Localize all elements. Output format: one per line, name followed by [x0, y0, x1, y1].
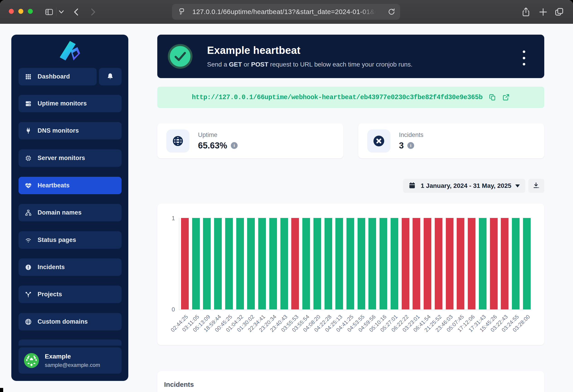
- download-button[interactable]: [528, 179, 544, 193]
- chart-bar-slot: 01:30:02: [247, 218, 255, 309]
- chart-bar[interactable]: [269, 218, 277, 309]
- sidebar-toggle-button[interactable]: [45, 8, 54, 16]
- chart-bar[interactable]: [424, 218, 431, 309]
- sidebar-item-label: DNS monitors: [37, 127, 79, 134]
- chart-bars: 02:44:2503:11:0505:13:0918:59:4400:45:25…: [179, 218, 531, 309]
- new-tab-button[interactable]: [538, 7, 548, 18]
- flow-nodes-icon: [24, 291, 32, 298]
- main-content: Example heartbeat Send a GET or POST req…: [157, 35, 544, 392]
- chart-bar[interactable]: [468, 218, 475, 309]
- chart-bar[interactable]: [457, 218, 464, 309]
- sidebar-item-dns-monitors[interactable]: DNS monitors: [18, 122, 122, 139]
- chart-bar[interactable]: [368, 218, 376, 309]
- sidebar-user-card[interactable]: Example sample@example.com: [18, 347, 122, 374]
- chart-bar[interactable]: [258, 218, 266, 309]
- sitemap-icon: [24, 209, 32, 217]
- webhook-url[interactable]: http://127.0.0.1/66uptime/webhook-heartb…: [192, 94, 483, 101]
- chart-bar[interactable]: [313, 218, 321, 309]
- chevron-down-icon[interactable]: [58, 10, 64, 14]
- chart-bar[interactable]: [335, 218, 343, 309]
- copy-button[interactable]: [489, 94, 496, 101]
- chart-bar-slot: 04:25:13: [335, 218, 343, 309]
- chart-bar[interactable]: [181, 218, 189, 309]
- chart-bar[interactable]: [214, 218, 222, 309]
- plug-icon: [24, 127, 32, 135]
- chart-bar[interactable]: [346, 218, 354, 309]
- chart-bar[interactable]: [412, 218, 420, 309]
- chart-bar-slot: 03:55:54: [302, 218, 310, 309]
- sidebar-item-domain-names[interactable]: Domain names: [18, 204, 122, 221]
- chart-bar[interactable]: [435, 218, 442, 309]
- chart-bar[interactable]: [402, 218, 409, 309]
- chart-bar-slot: 05:13:09: [203, 218, 211, 309]
- chart-bar[interactable]: [379, 218, 387, 309]
- sidebar-item-projects[interactable]: Projects: [18, 286, 122, 303]
- chart-bar-slot: 03:28:00: [523, 218, 531, 309]
- chart-bar-slot: 03:22:43: [501, 218, 508, 309]
- chart-bar[interactable]: [192, 218, 200, 309]
- sidebar-item-incidents[interactable]: Incidents: [18, 258, 122, 276]
- chart-bar[interactable]: [203, 218, 211, 309]
- sidebar-item-clipped[interactable]: [18, 339, 122, 346]
- chart-bar[interactable]: [302, 218, 310, 309]
- chart-bar[interactable]: [446, 218, 453, 309]
- reload-button[interactable]: [387, 8, 395, 17]
- sidebar-item-label: Domain names: [37, 209, 81, 216]
- chart-bar-slot: 05:10:16: [379, 218, 387, 309]
- chart-bar[interactable]: [291, 218, 299, 309]
- chart-bar-slot: 04:53:55: [358, 218, 365, 309]
- external-link-button[interactable]: [502, 94, 510, 101]
- tab-overview-button[interactable]: [554, 7, 564, 18]
- sidebar-item-status-pages[interactable]: Status pages: [18, 231, 122, 249]
- stat-label: Incidents: [399, 131, 423, 139]
- sidebar-item-dashboard[interactable]: Dashboard: [18, 68, 97, 85]
- incidents-stat-card: Incidents 3: [358, 123, 544, 159]
- y-axis-tick-1: 1: [172, 215, 175, 222]
- chart-bar[interactable]: [501, 218, 508, 309]
- page-settings-icon[interactable]: [178, 7, 186, 16]
- forward-button[interactable]: [88, 7, 97, 17]
- sidebar-item-uptime-monitors[interactable]: Uptime monitors: [18, 95, 122, 112]
- close-window-button[interactable]: [9, 9, 14, 14]
- sidebar-item-heartbeats[interactable]: Heartbeats: [18, 177, 122, 194]
- sidebar-item-custom-domains[interactable]: Custom domains: [18, 313, 122, 330]
- info-icon[interactable]: [407, 142, 414, 149]
- heart-pulse-icon: [24, 182, 32, 189]
- chart-bar[interactable]: [358, 218, 365, 309]
- page-subtitle: Send a GET or POST request to URL below …: [207, 61, 412, 68]
- sidebar-item-server-monitors[interactable]: Server monitors: [18, 149, 122, 167]
- chart-bar[interactable]: [479, 218, 486, 309]
- page-title: Example heartbeat: [207, 44, 300, 56]
- chart-bar[interactable]: [236, 218, 244, 309]
- kebab-menu-button[interactable]: [519, 51, 528, 65]
- chart-bar-slot: 03:23:01: [412, 218, 420, 309]
- chart-bar[interactable]: [280, 218, 288, 309]
- y-axis-tick-0: 0: [172, 306, 175, 313]
- chart-bar-slot: 02:44:25: [181, 218, 189, 309]
- back-button[interactable]: [72, 7, 81, 17]
- sidebar-item-label: Custom domains: [37, 318, 88, 325]
- traffic-lights: [9, 9, 33, 14]
- chart-bar-slot: 06:41:54: [424, 218, 431, 309]
- date-range-picker[interactable]: 1 January, 2024 - 31 May, 2025: [403, 179, 525, 193]
- chart-bar[interactable]: [512, 218, 519, 309]
- share-button[interactable]: [521, 7, 531, 18]
- screenshot-artifact: [0, 388, 3, 392]
- chart-bar[interactable]: [324, 218, 332, 309]
- sidebar-item-label: Projects: [37, 291, 62, 298]
- stat-label: Uptime: [198, 131, 238, 139]
- chart-bar[interactable]: [225, 218, 233, 309]
- address-bar[interactable]: 127.0.0.1/66uptime/heartbeat/13?&start_d…: [172, 4, 400, 20]
- chart-bar[interactable]: [247, 218, 255, 309]
- cpu-chip-icon: [24, 154, 32, 162]
- notifications-button[interactable]: [99, 68, 122, 85]
- minimize-window-button[interactable]: [18, 9, 23, 14]
- zoom-window-button[interactable]: [28, 9, 33, 14]
- info-icon[interactable]: [231, 142, 238, 149]
- chart-bar[interactable]: [490, 218, 498, 309]
- address-text: 127.0.0.1/66uptime/heartbeat/13?&start_d…: [192, 8, 378, 16]
- chart-bar[interactable]: [523, 218, 531, 309]
- chart-bar-slot: 17:12:06: [468, 218, 475, 309]
- chart-bar-slot: 23:40:43: [280, 218, 288, 309]
- chart-bar[interactable]: [391, 218, 398, 309]
